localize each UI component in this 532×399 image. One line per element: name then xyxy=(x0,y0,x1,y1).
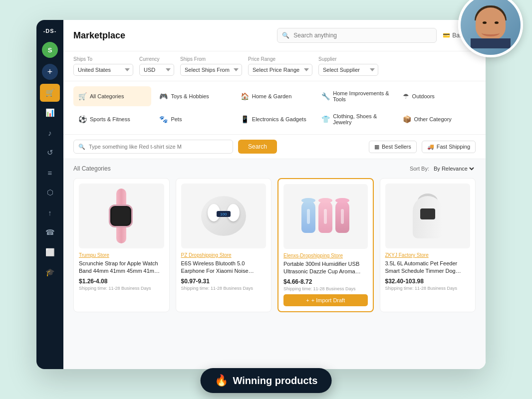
category-sports[interactable]: ⚽ Sports & Fitness xyxy=(73,109,151,129)
shirt-graphic xyxy=(471,38,511,48)
product-price-watch: $1.26-4.08 xyxy=(79,278,164,285)
search-icon: 🔍 xyxy=(282,32,289,39)
import-draft-button[interactable]: + + Import Draft xyxy=(283,294,368,306)
header-search-container: 🔍 xyxy=(277,28,437,43)
product-card-watch[interactable]: Trumpu Store Scrunchie Strap for Apple W… xyxy=(73,178,170,312)
products-header: All Categories Sort By: By Relevance xyxy=(73,165,476,172)
ships-from-select[interactable]: Select Ships From xyxy=(180,64,242,76)
product-name-earbuds: E6S Wireless Blutooth 5.0 Earphone For X… xyxy=(181,260,266,275)
shipping-time-humidifier: Shipping time: 11-28 Business Days xyxy=(283,286,368,291)
product-name-feeder: 3.5L 6L Automatic Pet Feeder Smart Sched… xyxy=(385,260,471,275)
cart-icon: 🛒 xyxy=(78,92,87,100)
sidebar-item-tiktok[interactable]: ♪ xyxy=(40,124,60,142)
shipping-time-earbuds: Shipping time: 11-28 Business Days xyxy=(181,286,266,291)
category-toys[interactable]: 🎮 Toys & Hobbies xyxy=(154,86,232,106)
product-card-earbuds[interactable]: 100 PZ Dropshipping Store E6S Wireless B… xyxy=(176,178,272,312)
main-content: Marketplace 🔍 💳 Balance: Ships To United… xyxy=(63,20,486,369)
user-avatar[interactable] xyxy=(458,0,523,57)
sidebar-item-support[interactable]: ☎ xyxy=(40,223,60,241)
category-improvements[interactable]: 🔧 Home Improvements & Tools xyxy=(316,86,394,106)
sidebar-item-archive[interactable]: 🎓 xyxy=(40,263,60,281)
tools-icon: 🔧 xyxy=(321,92,330,100)
category-electronics[interactable]: 📱 Electronics & Gadgets xyxy=(236,109,313,129)
currency-filter: Currency USD xyxy=(139,56,174,76)
price-range-select[interactable]: Select Price Range xyxy=(248,64,312,76)
sidebar-item-list[interactable]: ≡ xyxy=(40,164,60,182)
product-image-earbuds: 100 xyxy=(181,184,266,248)
ships-from-label: Ships From xyxy=(180,56,242,62)
sidebar-item-upload[interactable]: ↑ xyxy=(40,203,60,221)
category-all[interactable]: 🛒 All Categories xyxy=(73,86,151,106)
smile-graphic xyxy=(482,29,500,36)
product-price-humidifier: $4.66-8.72 xyxy=(283,278,368,285)
supplier-select[interactable]: Select Supplier xyxy=(318,64,378,76)
sidebar-avatar[interactable]: S xyxy=(42,42,58,58)
fire-icon: 🔥 xyxy=(215,374,228,387)
page-title: Marketplace xyxy=(73,30,125,41)
product-price-feeder: $32.40-103.98 xyxy=(385,278,471,285)
sort-control: Sort By: By Relevance xyxy=(410,165,476,172)
price-range-label: Price Range xyxy=(248,56,312,62)
category-other-label: Other Category xyxy=(414,116,452,122)
ships-from-filter: Ships From Select Ships From xyxy=(180,56,242,76)
category-clothing-label: Clothing, Shoes & Jewelry xyxy=(333,113,389,125)
home-icon: 🏠 xyxy=(241,92,249,100)
sort-label: Sort By: xyxy=(410,166,429,172)
product-card-feeder[interactable]: ZKYJ Factory Store 3.5L 6L Automatic Pet… xyxy=(380,178,476,312)
filters-row: Ships To United States Currency USD Ship… xyxy=(63,51,486,81)
product-image-feeder xyxy=(385,184,471,248)
humidifier-unit-2 xyxy=(318,200,332,233)
store-name-watch[interactable]: Trumpu Store xyxy=(79,252,164,258)
best-sellers-filter[interactable]: ▦ Best Sellers xyxy=(369,141,417,153)
eye-left-graphic xyxy=(483,21,487,24)
currency-select[interactable]: USD xyxy=(139,64,174,76)
sort-select[interactable]: By Relevance xyxy=(432,165,476,172)
category-outdoors[interactable]: ☂ Outdoors xyxy=(398,86,476,106)
clothing-icon: 👕 xyxy=(321,115,330,123)
other-icon: 📦 xyxy=(403,115,411,123)
categories-grid: 🛒 All Categories 🎮 Toys & Hobbies 🏠 Home… xyxy=(73,86,476,129)
eye-right-graphic xyxy=(495,21,499,24)
all-categories-label: All Categories xyxy=(73,165,111,172)
store-name-earbuds[interactable]: PZ Dropshipping Store xyxy=(181,252,266,258)
sidebar-item-card[interactable]: ⬜ xyxy=(40,243,60,261)
category-outdoors-label: Outdoors xyxy=(412,93,435,99)
humidifier-unit-3 xyxy=(335,200,349,233)
sidebar-item-analytics[interactable]: 📊 xyxy=(40,104,60,122)
currency-label: Currency xyxy=(139,56,174,62)
supplier-label: Supplier xyxy=(318,56,378,62)
truck-icon: 🚚 xyxy=(427,144,434,150)
sidebar-item-box[interactable]: ⬡ xyxy=(40,184,60,201)
sidebar-add-button[interactable]: + xyxy=(42,64,58,80)
search-button[interactable]: Search xyxy=(238,140,277,154)
store-name-feeder[interactable]: ZKYJ Factory Store xyxy=(385,252,471,258)
sidebar-item-refresh[interactable]: ↺ xyxy=(40,144,60,162)
ships-to-filter: Ships To United States xyxy=(73,56,133,76)
sidebar-item-marketplace[interactable]: 🛒 xyxy=(40,84,60,102)
product-name-watch: Scrunchie Strap for Apple Watch Band 44m… xyxy=(79,260,164,275)
products-area: All Categories Sort By: By Relevance xyxy=(63,159,486,369)
header-search-input[interactable] xyxy=(277,28,437,43)
face-graphic xyxy=(471,2,511,47)
humidifier-unit-1 xyxy=(301,200,315,233)
fast-shipping-filter[interactable]: 🚚 Fast Shipping xyxy=(422,141,476,153)
product-search-input[interactable] xyxy=(73,140,233,154)
store-name-humidifier[interactable]: Elenxs-Dropshipping Store xyxy=(283,253,368,258)
ships-to-select[interactable]: United States xyxy=(73,64,133,76)
category-other[interactable]: 📦 Other Category xyxy=(398,109,476,129)
product-name-humidifier: Portable 300ml Humidifier USB Ultrasonic… xyxy=(283,260,368,276)
category-home[interactable]: 🏠 Home & Garden xyxy=(236,86,313,106)
product-card-humidifier[interactable]: Elenxs-Dropshipping Store Portable 300ml… xyxy=(277,178,374,312)
category-pets-label: Pets xyxy=(171,116,182,122)
electronics-icon: 📱 xyxy=(241,115,249,123)
category-home-label: Home & Garden xyxy=(252,93,291,99)
winning-products-text: Winning products xyxy=(233,375,318,387)
winning-products-banner[interactable]: 🔥 Winning products xyxy=(201,368,332,393)
pets-icon: 🐾 xyxy=(159,115,168,123)
category-clothing[interactable]: 👕 Clothing, Shoes & Jewelry xyxy=(316,109,394,129)
sidebar: -DS- S + 🛒 📊 ♪ ↺ ≡ ⬡ ↑ ☎ ⬜ 🎓 xyxy=(36,20,63,369)
header: Marketplace 🔍 💳 Balance: xyxy=(63,20,486,51)
category-pets[interactable]: 🐾 Pets xyxy=(154,109,232,129)
avatar-placeholder xyxy=(461,0,521,55)
sports-icon: ⚽ xyxy=(78,115,87,123)
